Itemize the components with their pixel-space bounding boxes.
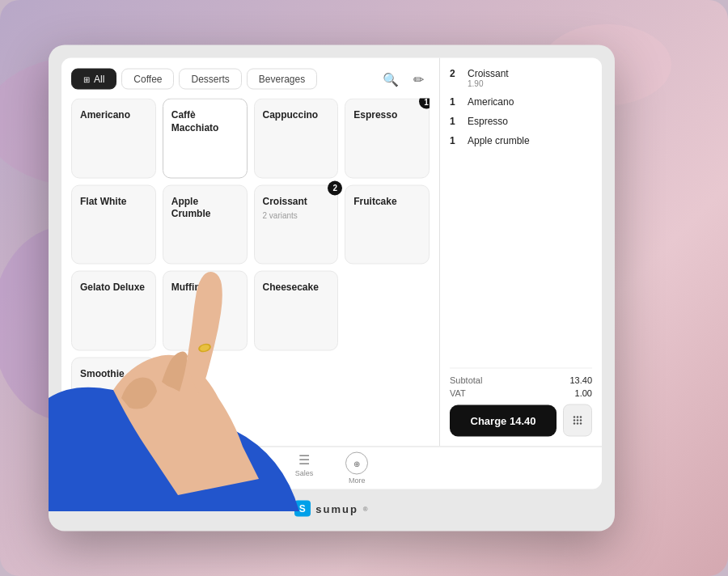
numpad-icon — [572, 415, 583, 426]
order-items-list: 2 Croissant 1.90 1 Americano — [450, 68, 592, 362]
product-name: Flat White — [80, 195, 147, 208]
sumup-s-text: S — [299, 503, 307, 515]
pos-application: ⊞ All Coffee Desserts Beverages — [61, 58, 602, 447]
screen: ⊞ All Coffee Desserts Beverages — [61, 58, 602, 489]
product-panel: ⊞ All Coffee Desserts Beverages — [61, 58, 440, 447]
tab-desserts-label: Desserts — [191, 74, 229, 85]
search-button[interactable]: 🔍 — [379, 68, 402, 91]
product-smoothie[interactable]: Smoothie — [71, 357, 156, 437]
svg-point-9 — [580, 419, 582, 421]
product-name: Apple Crumble — [171, 195, 239, 220]
product-cappuccino[interactable]: Cappuccino — [254, 99, 339, 179]
order-item-espresso[interactable]: 1 Espresso — [450, 116, 592, 127]
order-item-qty: 1 — [450, 135, 463, 146]
order-item-info: Croissant 1.90 — [468, 68, 592, 88]
charge-button[interactable]: Charge 14.40 — [450, 404, 557, 436]
product-name: Americano — [80, 109, 147, 122]
order-totals: Subtotal 13.40 VAT 1.00 Charge 14.40 — [450, 375, 592, 437]
monitor-body: ⊞ All Coffee Desserts Beverages — [49, 45, 615, 532]
order-item-info: Americano — [468, 96, 592, 108]
svg-point-6 — [580, 416, 582, 417]
order-panel: 2 Croissant 1.90 1 Americano — [440, 58, 602, 447]
edit-icon: ✏ — [413, 71, 424, 87]
badge-croissant: 2 — [328, 180, 342, 195]
tab-all[interactable]: ⊞ All — [71, 69, 116, 90]
bottom-navigation: ☰ Sales ⊕ More — [61, 447, 602, 489]
tab-beverages[interactable]: Beverages — [247, 69, 317, 90]
sumup-logo: S sumup ® — [294, 501, 369, 517]
product-name: Cheesecake — [263, 282, 330, 294]
order-item-name: Espresso — [468, 116, 592, 127]
tab-coffee[interactable]: Coffee — [121, 69, 174, 90]
svg-point-5 — [577, 416, 578, 417]
svg-point-11 — [577, 422, 578, 424]
vat-label: VAT — [450, 388, 466, 398]
product-americano[interactable]: Americano — [71, 99, 156, 179]
product-name: Cappuccino — [263, 109, 330, 122]
subtotal-value: 13.40 — [569, 375, 592, 385]
order-item-name: Americano — [468, 96, 592, 108]
order-item-americano[interactable]: 1 Americano — [450, 96, 592, 108]
svg-point-10 — [574, 422, 575, 424]
product-espresso[interactable]: 1 Espresso — [345, 99, 430, 179]
svg-point-4 — [574, 416, 575, 417]
product-name: Caffè Macchiato — [171, 109, 239, 134]
nav-more-label: More — [349, 476, 366, 485]
sumup-trademark: ® — [363, 505, 369, 512]
more-icon: ⊕ — [345, 452, 368, 475]
product-variant: 2 variants — [263, 211, 330, 220]
pos-scene: ⊞ All Coffee Desserts Beverages — [0, 0, 728, 576]
tab-desserts[interactable]: Desserts — [179, 69, 241, 90]
grid-icon: ⊞ — [83, 74, 90, 83]
nav-sales[interactable]: ☰ Sales — [295, 452, 314, 485]
tab-all-label: All — [94, 74, 104, 85]
order-item-name: Apple crumble — [468, 135, 592, 146]
order-item-qty: 1 — [450, 96, 463, 108]
product-gelato-deluxe[interactable]: Gelato Deluxe — [71, 271, 156, 351]
svg-point-7 — [574, 419, 575, 421]
order-item-apple-crumble[interactable]: 1 Apple crumble — [450, 135, 592, 146]
nav-more[interactable]: ⊕ More — [345, 452, 368, 485]
product-name: Croissant — [263, 195, 330, 208]
vat-value: 1.00 — [575, 388, 592, 398]
numpad-button[interactable] — [563, 404, 592, 437]
svg-point-8 — [577, 419, 578, 421]
monitor-brand-bar: S sumup ® — [49, 496, 615, 519]
product-flat-white[interactable]: Flat White — [71, 184, 156, 265]
order-item-name: Croissant — [468, 68, 592, 79]
product-name: Muffin — [171, 282, 239, 294]
product-muffin[interactable]: Muffin — [163, 271, 248, 351]
product-grid: Americano Caffè Macchiato Cappuccino 1 E… — [71, 99, 430, 437]
nav-sales-label: Sales — [295, 469, 314, 477]
order-item-info: Apple crumble — [468, 135, 592, 146]
order-item-qty: 2 — [450, 68, 463, 79]
tab-coffee-label: Coffee — [133, 74, 162, 85]
product-cheesecake[interactable]: Cheesecake — [254, 271, 339, 351]
edit-button[interactable]: ✏ — [407, 68, 430, 91]
category-tabs: ⊞ All Coffee Desserts Beverages — [71, 68, 430, 91]
product-fruitcake[interactable]: Fruitcake — [345, 184, 430, 265]
sales-icon: ☰ — [298, 452, 310, 468]
order-item-info: Espresso — [468, 116, 592, 127]
product-caffe-macchiato[interactable]: Caffè Macchiato — [163, 99, 248, 179]
order-item-qty: 1 — [450, 116, 463, 127]
tab-beverages-label: Beverages — [259, 74, 305, 85]
badge-espresso: 1 — [419, 99, 430, 109]
sumup-symbol: S — [294, 501, 311, 517]
sumup-brand-name: sumup — [315, 502, 358, 515]
order-item-price: 1.90 — [468, 79, 592, 88]
product-name: Espresso — [353, 109, 421, 122]
svg-point-12 — [580, 422, 582, 424]
product-croissant[interactable]: 2 Croissant 2 variants — [254, 184, 339, 265]
order-divider — [450, 368, 592, 369]
search-icon: 🔍 — [383, 71, 399, 87]
product-name: Smoothie — [80, 367, 147, 380]
product-name: Gelato Deluxe — [80, 282, 147, 294]
subtotal-row: Subtotal 13.40 — [450, 375, 592, 385]
order-item-croissant[interactable]: 2 Croissant 1.90 — [450, 68, 592, 88]
product-apple-crumble[interactable]: Apple Crumble — [163, 184, 248, 265]
charge-row: Charge 14.40 — [450, 404, 592, 437]
subtotal-label: Subtotal — [450, 375, 482, 385]
product-name: Fruitcake — [353, 195, 421, 208]
vat-row: VAT 1.00 — [450, 388, 592, 398]
